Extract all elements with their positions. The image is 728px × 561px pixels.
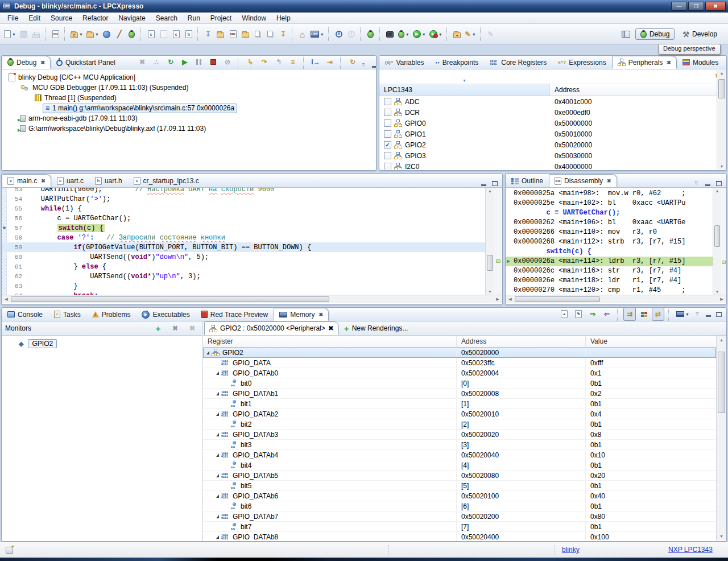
debug-step-into-button[interactable]: ↳	[244, 55, 257, 69]
memory-table-row[interactable]: 10100101GPIO_DATAb60x500201000x40	[203, 491, 716, 501]
peripherals-vscrollbar[interactable]: ▲ ▼	[717, 70, 726, 170]
debug-tree-row[interactable]: Thread [1] (Suspended)	[2, 93, 376, 103]
tab-quickstart-panel[interactable]: Quickstart Panel	[51, 56, 121, 69]
toolbar-open-resource-button[interactable]: ●	[451, 27, 464, 41]
perspective-debug-button[interactable]: Debug	[635, 28, 675, 40]
expand-arrow-icon[interactable]	[216, 412, 219, 416]
code-line[interactable]: 55 while(1) {	[2, 204, 485, 213]
minimize-button[interactable]: —	[671, 2, 687, 11]
dropdown-arrow-icon[interactable]: ▼	[79, 32, 83, 36]
memory-monitor-item[interactable]: ◆GPIO2	[19, 339, 202, 348]
toolbar-open-c-file-button[interactable]: c	[145, 27, 158, 41]
peripheral-row[interactable]: I2C00x40000000	[379, 161, 717, 170]
code-line[interactable]: 60 UARTSend((void*)"down\n", 5);	[2, 252, 485, 262]
tab-core-registers[interactable]: 10100101Core Registers	[484, 56, 552, 69]
expand-arrow-icon[interactable]	[216, 535, 219, 539]
tab-main-c[interactable]: cmain.c✖	[2, 174, 51, 187]
toolbar-import-tray-button[interactable]: ↧	[277, 27, 289, 41]
close-button[interactable]: ✖	[705, 2, 726, 11]
debug-tree-row[interactable]: arm-none-eabi-gdb (17.09.11 11:03)	[2, 113, 376, 123]
project-link[interactable]: blinky	[562, 546, 580, 554]
rendering-tab-new-renderings-[interactable]: +New Renderings...	[339, 321, 413, 335]
memory-table-rendering-format-button[interactable]	[638, 307, 650, 321]
memory-table-row[interactable]: 10100101GPIO_DATAb20x500200100x4	[203, 409, 716, 419]
debug-resume-button[interactable]: ▶	[179, 55, 191, 69]
disassembly-view-menu-icon[interactable]: ▽	[692, 179, 701, 187]
toolbar-new-wizard-button[interactable]: ▼	[2, 27, 18, 41]
disassembly-line[interactable]: c = UARTGetChar();	[506, 208, 713, 218]
memory-table-row[interactable]: bit4[4]0b1	[203, 460, 716, 471]
toolbar-open-project-wizard-button[interactable]: ▼	[85, 27, 101, 41]
peripheral-checkbox[interactable]	[384, 119, 391, 127]
disassembly-hscrollbar[interactable]: ◀ ▶	[506, 295, 726, 303]
menu-navigate[interactable]: Navigate	[113, 13, 150, 23]
memory-table-row[interactable]: bit5[5]0b1	[203, 481, 716, 491]
column-header-value[interactable]: Value	[586, 336, 716, 347]
dropdown-arrow-icon[interactable]: ▼	[406, 32, 410, 36]
monitors-add-memory-monitor-button[interactable]: +	[152, 321, 164, 335]
tab-outline[interactable]: Outline	[506, 174, 549, 187]
editor-hscrollbar[interactable]: ◀ ▶	[2, 295, 502, 303]
menu-edit[interactable]: Edit	[23, 13, 46, 23]
memory-edit-memory-button[interactable]: ✎	[572, 307, 585, 321]
disassembly-line[interactable]: 0x0000025e <main+102>: bl 0xacc <UARTPu	[506, 199, 713, 208]
tab-red-trace-preview[interactable]: Red Trace Preview	[196, 308, 274, 321]
bottom-view-minimize-icon[interactable]	[704, 310, 713, 318]
memory-table-row[interactable]: 10100101GPIO_DATAb30x500200200x8	[203, 430, 716, 440]
menu-window[interactable]: Window	[237, 13, 271, 23]
peripheral-checkbox[interactable]	[384, 109, 391, 116]
expand-arrow-icon[interactable]	[216, 392, 219, 395]
disassembly-line[interactable]: 0x00000266 <main+110>: mov r3, r0	[506, 228, 713, 237]
dropdown-arrow-icon[interactable]: ▼	[320, 32, 324, 36]
toolbar-search-button[interactable]	[101, 27, 113, 41]
peripheral-checkbox[interactable]	[384, 163, 391, 170]
toolbar-history-blue-button[interactable]	[333, 27, 345, 41]
memory-table-row[interactable]: 10100101GPIO_DATAb70x500202000x80	[203, 512, 716, 522]
tab-uart-c[interactable]: cuart.c	[51, 174, 89, 187]
memory-link-memory-rendering-button[interactable]: ⇉	[623, 307, 636, 321]
dropdown-arrow-icon[interactable]: ▼	[422, 32, 426, 36]
monitors-remove-memory-monitor-button[interactable]: ✖	[169, 321, 181, 335]
tab-debug[interactable]: Debug✖	[2, 56, 51, 69]
toolbar-debug-configurations-button[interactable]	[126, 27, 138, 41]
memory-export-memory-button[interactable]: ⇒	[586, 307, 599, 321]
expand-arrow-icon[interactable]	[216, 433, 219, 436]
editor-maximize-icon[interactable]	[490, 179, 499, 187]
bottom-view-maximize-icon[interactable]	[714, 310, 723, 318]
memory-new-memory-monitor-button[interactable]: +	[558, 307, 570, 321]
menu-source[interactable]: Source	[46, 13, 77, 23]
peripheral-row[interactable]: GPIO20x50020000	[379, 139, 717, 150]
peripheral-row[interactable]: ADC0x4001c000	[379, 96, 717, 107]
toolbar-paste-a-button[interactable]	[252, 27, 264, 41]
debug-disconnect-button[interactable]: ⊘	[221, 55, 234, 69]
toolbar-clean-button[interactable]: ╱	[113, 27, 126, 41]
tab-uart-h[interactable]: huart.h	[89, 174, 128, 187]
tab-peripherals[interactable]: Peripherals✖	[612, 56, 677, 69]
menu-project[interactable]: Project	[205, 13, 237, 23]
tab-variables[interactable]: (x)=Variables	[379, 56, 430, 69]
maximize-button[interactable]: ❐	[688, 2, 704, 11]
debug-connect-process-button[interactable]: ∴	[150, 55, 163, 69]
toolbar-run-launch-button[interactable]: ▶▼	[411, 27, 428, 41]
code-line[interactable]: 53 UARTInit(9600); // Настройка UART на …	[2, 188, 485, 194]
memory-table-row[interactable]: bit0[0]0b1	[203, 378, 716, 389]
column-header-register[interactable]: Register	[203, 336, 457, 347]
disassembly-line[interactable]: 0x0000025a <main+98>: mov.w r0, #62 ;	[506, 189, 713, 199]
selected-stack-frame[interactable]: ≡1 main() g:\arm\workspace\blinky\src\ma…	[43, 104, 237, 113]
toolbar-import-binary-button[interactable]: ↧	[202, 27, 214, 41]
toolbar-mark-occurrences-button[interactable]: ✎▼	[464, 27, 478, 41]
toolbar-lpcxpresso-tools-button[interactable]: LPC▼	[309, 27, 326, 41]
close-icon[interactable]: ✖	[319, 312, 324, 317]
open-perspective-button[interactable]	[620, 27, 632, 41]
disassembly-line[interactable]: switch(c) {	[506, 247, 713, 257]
debug-tree-row[interactable]: blinky Debug [C/C++ MCU Application]	[2, 72, 376, 82]
toolbar-debug-launch-button[interactable]: ▼	[396, 27, 411, 41]
peripheral-checkbox[interactable]	[384, 98, 391, 105]
code-line[interactable]: 63 }	[2, 281, 485, 291]
close-icon[interactable]: ✖	[41, 178, 46, 184]
debug-tree-row[interactable]: ≡1 main() g:\arm\workspace\blinky\src\ma…	[2, 103, 376, 113]
toolbar-new-c-project-button[interactable]: C▼	[69, 27, 85, 41]
dropdown-arrow-icon[interactable]: ▼	[95, 32, 99, 36]
debug-use-step-filters-button[interactable]: ⇥	[324, 55, 336, 69]
expand-arrow-icon[interactable]	[216, 515, 219, 518]
